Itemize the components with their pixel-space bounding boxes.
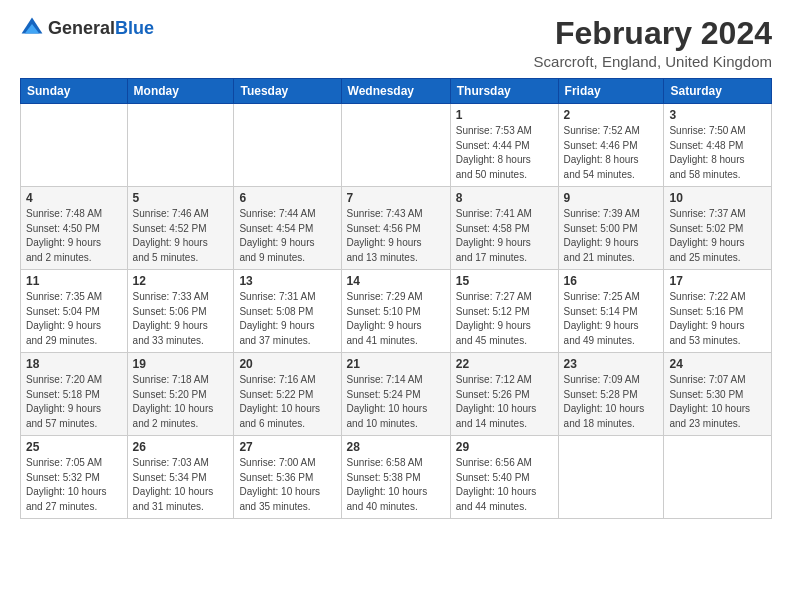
day-number: 9 — [564, 191, 659, 205]
day-number: 1 — [456, 108, 553, 122]
logo-general: General — [48, 18, 115, 38]
day-info: Sunrise: 7:05 AM Sunset: 5:32 PM Dayligh… — [26, 456, 122, 514]
day-info: Sunrise: 7:43 AM Sunset: 4:56 PM Dayligh… — [347, 207, 445, 265]
calendar: Sunday Monday Tuesday Wednesday Thursday… — [20, 78, 772, 519]
calendar-cell: 15Sunrise: 7:27 AM Sunset: 5:12 PM Dayli… — [450, 270, 558, 353]
day-info: Sunrise: 7:44 AM Sunset: 4:54 PM Dayligh… — [239, 207, 335, 265]
calendar-cell: 16Sunrise: 7:25 AM Sunset: 5:14 PM Dayli… — [558, 270, 664, 353]
day-number: 7 — [347, 191, 445, 205]
day-info: Sunrise: 7:07 AM Sunset: 5:30 PM Dayligh… — [669, 373, 766, 431]
calendar-cell: 10Sunrise: 7:37 AM Sunset: 5:02 PM Dayli… — [664, 187, 772, 270]
day-info: Sunrise: 7:12 AM Sunset: 5:26 PM Dayligh… — [456, 373, 553, 431]
calendar-cell: 1Sunrise: 7:53 AM Sunset: 4:44 PM Daylig… — [450, 104, 558, 187]
calendar-cell: 4Sunrise: 7:48 AM Sunset: 4:50 PM Daylig… — [21, 187, 128, 270]
calendar-cell: 3Sunrise: 7:50 AM Sunset: 4:48 PM Daylig… — [664, 104, 772, 187]
logo-blue: Blue — [115, 18, 154, 38]
calendar-cell: 9Sunrise: 7:39 AM Sunset: 5:00 PM Daylig… — [558, 187, 664, 270]
calendar-cell: 22Sunrise: 7:12 AM Sunset: 5:26 PM Dayli… — [450, 353, 558, 436]
day-number: 13 — [239, 274, 335, 288]
calendar-cell: 26Sunrise: 7:03 AM Sunset: 5:34 PM Dayli… — [127, 436, 234, 519]
day-info: Sunrise: 7:27 AM Sunset: 5:12 PM Dayligh… — [456, 290, 553, 348]
calendar-cell: 20Sunrise: 7:16 AM Sunset: 5:22 PM Dayli… — [234, 353, 341, 436]
calendar-cell: 28Sunrise: 6:58 AM Sunset: 5:38 PM Dayli… — [341, 436, 450, 519]
day-number: 20 — [239, 357, 335, 371]
day-info: Sunrise: 7:46 AM Sunset: 4:52 PM Dayligh… — [133, 207, 229, 265]
day-number: 17 — [669, 274, 766, 288]
day-info: Sunrise: 7:50 AM Sunset: 4:48 PM Dayligh… — [669, 124, 766, 182]
day-info: Sunrise: 7:03 AM Sunset: 5:34 PM Dayligh… — [133, 456, 229, 514]
calendar-cell: 29Sunrise: 6:56 AM Sunset: 5:40 PM Dayli… — [450, 436, 558, 519]
day-info: Sunrise: 6:58 AM Sunset: 5:38 PM Dayligh… — [347, 456, 445, 514]
day-info: Sunrise: 7:09 AM Sunset: 5:28 PM Dayligh… — [564, 373, 659, 431]
day-number: 8 — [456, 191, 553, 205]
day-info: Sunrise: 7:29 AM Sunset: 5:10 PM Dayligh… — [347, 290, 445, 348]
calendar-week-5: 25Sunrise: 7:05 AM Sunset: 5:32 PM Dayli… — [21, 436, 772, 519]
day-number: 2 — [564, 108, 659, 122]
day-number: 6 — [239, 191, 335, 205]
day-number: 22 — [456, 357, 553, 371]
day-info: Sunrise: 7:33 AM Sunset: 5:06 PM Dayligh… — [133, 290, 229, 348]
calendar-week-4: 18Sunrise: 7:20 AM Sunset: 5:18 PM Dayli… — [21, 353, 772, 436]
calendar-cell: 24Sunrise: 7:07 AM Sunset: 5:30 PM Dayli… — [664, 353, 772, 436]
day-number: 18 — [26, 357, 122, 371]
calendar-cell: 6Sunrise: 7:44 AM Sunset: 4:54 PM Daylig… — [234, 187, 341, 270]
day-number: 23 — [564, 357, 659, 371]
day-info: Sunrise: 7:22 AM Sunset: 5:16 PM Dayligh… — [669, 290, 766, 348]
calendar-cell: 11Sunrise: 7:35 AM Sunset: 5:04 PM Dayli… — [21, 270, 128, 353]
calendar-cell: 8Sunrise: 7:41 AM Sunset: 4:58 PM Daylig… — [450, 187, 558, 270]
col-tuesday: Tuesday — [234, 79, 341, 104]
day-number: 24 — [669, 357, 766, 371]
calendar-cell: 25Sunrise: 7:05 AM Sunset: 5:32 PM Dayli… — [21, 436, 128, 519]
subtitle: Scarcroft, England, United Kingdom — [534, 53, 772, 70]
calendar-cell: 7Sunrise: 7:43 AM Sunset: 4:56 PM Daylig… — [341, 187, 450, 270]
day-number: 15 — [456, 274, 553, 288]
col-thursday: Thursday — [450, 79, 558, 104]
calendar-cell: 14Sunrise: 7:29 AM Sunset: 5:10 PM Dayli… — [341, 270, 450, 353]
col-sunday: Sunday — [21, 79, 128, 104]
day-number: 16 — [564, 274, 659, 288]
page: GeneralBlue February 2024 Scarcroft, Eng… — [0, 0, 792, 612]
calendar-cell: 5Sunrise: 7:46 AM Sunset: 4:52 PM Daylig… — [127, 187, 234, 270]
day-number: 21 — [347, 357, 445, 371]
day-info: Sunrise: 7:16 AM Sunset: 5:22 PM Dayligh… — [239, 373, 335, 431]
day-info: Sunrise: 7:14 AM Sunset: 5:24 PM Dayligh… — [347, 373, 445, 431]
day-info: Sunrise: 7:37 AM Sunset: 5:02 PM Dayligh… — [669, 207, 766, 265]
day-info: Sunrise: 7:31 AM Sunset: 5:08 PM Dayligh… — [239, 290, 335, 348]
calendar-cell: 19Sunrise: 7:18 AM Sunset: 5:20 PM Dayli… — [127, 353, 234, 436]
day-number: 10 — [669, 191, 766, 205]
header: GeneralBlue February 2024 Scarcroft, Eng… — [20, 16, 772, 70]
day-number: 27 — [239, 440, 335, 454]
day-info: Sunrise: 7:53 AM Sunset: 4:44 PM Dayligh… — [456, 124, 553, 182]
calendar-cell: 21Sunrise: 7:14 AM Sunset: 5:24 PM Dayli… — [341, 353, 450, 436]
calendar-cell — [21, 104, 128, 187]
day-info: Sunrise: 7:25 AM Sunset: 5:14 PM Dayligh… — [564, 290, 659, 348]
day-info: Sunrise: 7:20 AM Sunset: 5:18 PM Dayligh… — [26, 373, 122, 431]
day-number: 5 — [133, 191, 229, 205]
calendar-cell — [234, 104, 341, 187]
day-info: Sunrise: 7:39 AM Sunset: 5:00 PM Dayligh… — [564, 207, 659, 265]
col-saturday: Saturday — [664, 79, 772, 104]
logo: GeneralBlue — [20, 16, 154, 40]
day-number: 26 — [133, 440, 229, 454]
calendar-cell: 27Sunrise: 7:00 AM Sunset: 5:36 PM Dayli… — [234, 436, 341, 519]
main-title: February 2024 — [534, 16, 772, 51]
calendar-cell — [341, 104, 450, 187]
calendar-cell — [664, 436, 772, 519]
day-number: 11 — [26, 274, 122, 288]
col-wednesday: Wednesday — [341, 79, 450, 104]
day-number: 19 — [133, 357, 229, 371]
day-number: 28 — [347, 440, 445, 454]
title-area: February 2024 Scarcroft, England, United… — [534, 16, 772, 70]
day-info: Sunrise: 6:56 AM Sunset: 5:40 PM Dayligh… — [456, 456, 553, 514]
day-number: 25 — [26, 440, 122, 454]
calendar-cell: 23Sunrise: 7:09 AM Sunset: 5:28 PM Dayli… — [558, 353, 664, 436]
calendar-cell: 13Sunrise: 7:31 AM Sunset: 5:08 PM Dayli… — [234, 270, 341, 353]
day-info: Sunrise: 7:41 AM Sunset: 4:58 PM Dayligh… — [456, 207, 553, 265]
day-number: 4 — [26, 191, 122, 205]
day-info: Sunrise: 7:48 AM Sunset: 4:50 PM Dayligh… — [26, 207, 122, 265]
day-number: 3 — [669, 108, 766, 122]
calendar-week-1: 1Sunrise: 7:53 AM Sunset: 4:44 PM Daylig… — [21, 104, 772, 187]
day-number: 29 — [456, 440, 553, 454]
day-number: 14 — [347, 274, 445, 288]
calendar-cell: 2Sunrise: 7:52 AM Sunset: 4:46 PM Daylig… — [558, 104, 664, 187]
